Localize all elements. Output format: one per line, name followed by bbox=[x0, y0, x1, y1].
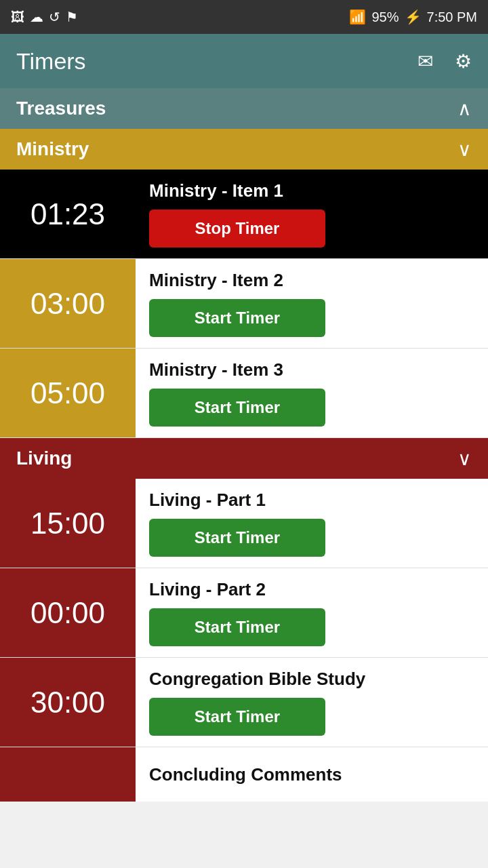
app-bar-icons: ✉ ⚙ bbox=[418, 50, 472, 73]
living-part-1-row: 15:00 Living - Part 1 Start Timer bbox=[0, 479, 488, 568]
ministry-item-3-time-col: 05:00 bbox=[0, 349, 136, 437]
ministry-item-3-row: 05:00 Ministry - Item 3 Start Timer bbox=[0, 349, 488, 438]
living-part-2-info: Living - Part 2 Start Timer bbox=[136, 568, 488, 657]
living-part-2-time-col: 00:00 bbox=[0, 568, 136, 657]
flag-icon: ⚑ bbox=[66, 9, 78, 25]
congregation-bible-study-time: 30:00 bbox=[30, 686, 105, 719]
living-part-2-start-button[interactable]: Start Timer bbox=[149, 608, 325, 646]
ministry-item-2-start-button[interactable]: Start Timer bbox=[149, 299, 325, 337]
ministry-item-1-time: 01:23 bbox=[30, 197, 105, 231]
ministry-item-1-info: Ministry - Item 1 Stop Timer bbox=[136, 170, 488, 258]
cloud-icon: ☁ bbox=[30, 9, 43, 25]
status-bar-left: 🖼 ☁ ↺ ⚑ bbox=[11, 9, 78, 25]
mail-icon[interactable]: ✉ bbox=[418, 50, 433, 73]
battery-level: 95% bbox=[371, 9, 399, 25]
ministry-item-3-info: Ministry - Item 3 Start Timer bbox=[136, 349, 488, 437]
living-part-2-time: 00:00 bbox=[30, 596, 105, 630]
ministry-chevron: ∨ bbox=[458, 138, 472, 161]
ministry-item-1-time-col: 01:23 bbox=[0, 170, 136, 258]
ministry-item-1-stop-button[interactable]: Stop Timer bbox=[149, 210, 325, 248]
congregation-bible-study-info: Congregation Bible Study Start Timer bbox=[136, 658, 488, 747]
congregation-bible-study-label: Congregation Bible Study bbox=[149, 669, 474, 690]
living-part-2-label: Living - Part 2 bbox=[149, 579, 474, 600]
living-label: Living bbox=[16, 448, 72, 469]
ministry-item-1-label: Ministry - Item 1 bbox=[149, 180, 474, 201]
living-part-1-label: Living - Part 1 bbox=[149, 490, 474, 511]
status-bar-right: 📶 95% ⚡ 7:50 PM bbox=[349, 9, 477, 25]
congregation-bible-study-row: 30:00 Congregation Bible Study Start Tim… bbox=[0, 658, 488, 747]
concluding-comments-info: Concluding Comments bbox=[136, 747, 488, 802]
app-bar: Timers ✉ ⚙ bbox=[0, 34, 488, 88]
concluding-comments-row: Concluding Comments bbox=[0, 747, 488, 802]
ministry-label: Ministry bbox=[16, 138, 89, 160]
living-chevron: ∨ bbox=[458, 448, 472, 470]
ministry-item-3-label: Ministry - Item 3 bbox=[149, 359, 474, 380]
living-part-1-time-col: 15:00 bbox=[0, 479, 136, 568]
concluding-comments-time-col bbox=[0, 747, 136, 802]
section-header-treasures[interactable]: Treasures ∧ bbox=[0, 88, 488, 129]
congregation-bible-study-time-col: 30:00 bbox=[0, 658, 136, 747]
treasures-chevron: ∧ bbox=[458, 98, 472, 120]
living-part-1-start-button[interactable]: Start Timer bbox=[149, 519, 325, 557]
living-part-1-time: 15:00 bbox=[30, 507, 105, 540]
ministry-item-1-row: 01:23 Ministry - Item 1 Stop Timer bbox=[0, 170, 488, 259]
ministry-item-2-time-col: 03:00 bbox=[0, 259, 136, 348]
section-header-living[interactable]: Living ∨ bbox=[0, 438, 488, 479]
treasures-label: Treasures bbox=[16, 98, 106, 119]
app-title: Timers bbox=[16, 48, 86, 75]
status-bar: 🖼 ☁ ↺ ⚑ 📶 95% ⚡ 7:50 PM bbox=[0, 0, 488, 34]
living-part-1-info: Living - Part 1 Start Timer bbox=[136, 479, 488, 568]
ministry-item-3-start-button[interactable]: Start Timer bbox=[149, 389, 325, 427]
sync-icon: ↺ bbox=[49, 9, 60, 25]
congregation-bible-study-start-button[interactable]: Start Timer bbox=[149, 698, 325, 736]
section-header-ministry[interactable]: Ministry ∨ bbox=[0, 129, 488, 170]
ministry-item-2-info: Ministry - Item 2 Start Timer bbox=[136, 259, 488, 348]
living-part-2-row: 00:00 Living - Part 2 Start Timer bbox=[0, 568, 488, 658]
ministry-item-2-time: 03:00 bbox=[30, 287, 105, 321]
clock: 7:50 PM bbox=[427, 9, 477, 25]
ministry-item-3-time: 05:00 bbox=[30, 376, 105, 410]
settings-icon[interactable]: ⚙ bbox=[455, 50, 472, 73]
ministry-item-2-label: Ministry - Item 2 bbox=[149, 270, 474, 291]
image-icon: 🖼 bbox=[11, 9, 24, 25]
concluding-comments-label: Concluding Comments bbox=[149, 764, 474, 785]
ministry-item-2-row: 03:00 Ministry - Item 2 Start Timer bbox=[0, 259, 488, 349]
battery-icon: ⚡ bbox=[405, 9, 422, 25]
wifi-icon: 📶 bbox=[349, 9, 366, 25]
